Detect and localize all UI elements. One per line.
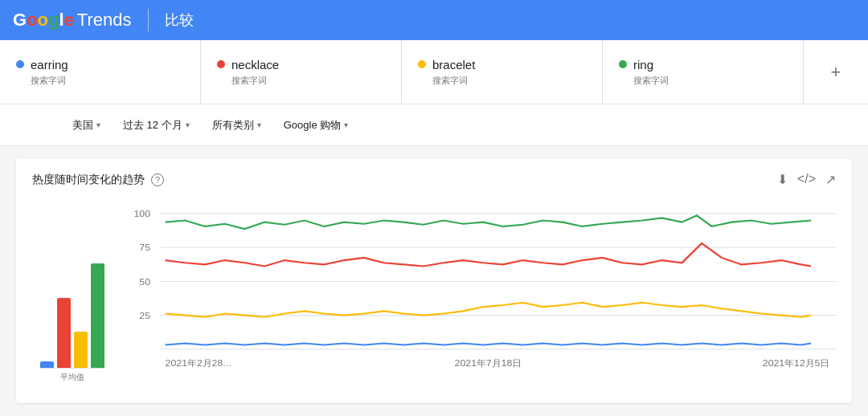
trend-chart-card: 热度随时间变化的趋势 ? ⬇ </> ↗ 平均值 (16, 159, 852, 403)
bar-necklace (57, 298, 71, 368)
logo-o2: o (38, 10, 48, 30)
svg-text:25: 25 (139, 312, 150, 320)
header-divider (148, 9, 149, 31)
logo-g: G (13, 10, 27, 30)
svg-text:50: 50 (139, 277, 150, 286)
search-type-filter[interactable]: Google 购物 ▾ (276, 113, 357, 137)
download-icon[interactable]: ⬇ (777, 172, 788, 187)
period-label: 过去 12 个月 (123, 118, 182, 133)
bar-bracelet (74, 332, 88, 368)
search-type-chevron: ▾ (344, 120, 348, 129)
category-filter[interactable]: 所有类别 ▾ (204, 113, 269, 137)
term-name-ring: ring (619, 58, 787, 71)
term-sub-necklace: 搜索字词 (217, 75, 385, 87)
svg-text:2021年2月28...: 2021年2月28... (166, 359, 231, 368)
logo-o1: o (27, 10, 37, 30)
svg-text:2021年12月5日: 2021年12月5日 (763, 359, 830, 368)
share-icon[interactable]: ↗ (825, 172, 836, 187)
search-terms-row: earring 搜索字词 necklace 搜索字词 bracelet 搜索字词… (0, 40, 868, 104)
chart-area: 平均值 100 75 50 25 2021年2月28... (32, 197, 836, 383)
dot-earring (16, 60, 24, 68)
svg-text:2021年7月18日: 2021年7月18日 (455, 359, 522, 368)
dot-necklace (217, 60, 225, 68)
bar-ring (91, 263, 104, 368)
category-label: 所有类别 (212, 118, 254, 133)
header: Google Trends 比较 (0, 0, 868, 40)
bar-avg-label: 平均值 (60, 372, 84, 383)
line-earring (166, 343, 811, 345)
term-name-necklace: necklace (217, 58, 385, 71)
search-term-ring[interactable]: ring 搜索字词 (603, 40, 804, 104)
logo-g2: g (48, 10, 59, 30)
bar-chart-container: 平均值 (32, 197, 113, 383)
bar-earring (40, 361, 54, 368)
google-logo: Google Trends (13, 10, 132, 31)
chart-actions: ⬇ </> ↗ (777, 172, 836, 187)
line-ring (166, 215, 811, 229)
term-sub-bracelet: 搜索字词 (418, 75, 586, 87)
dot-bracelet (418, 60, 426, 68)
search-term-bracelet[interactable]: bracelet 搜索字词 (402, 40, 603, 104)
chart-title: 热度随时间变化的趋势 (32, 173, 145, 187)
term-sub-ring: 搜索字词 (619, 75, 787, 87)
period-chevron: ▾ (186, 120, 190, 129)
dot-ring (619, 60, 627, 68)
region-filter[interactable]: 美国 ▾ (64, 113, 108, 137)
region-label: 美国 (72, 118, 93, 133)
chart-header: 热度随时间变化的趋势 ? ⬇ </> ↗ (32, 172, 836, 187)
search-type-label: Google 购物 (284, 118, 342, 133)
help-icon[interactable]: ? (151, 173, 164, 186)
line-chart-container: 100 75 50 25 2021年2月28... 2021年7月18日 202… (121, 197, 836, 383)
svg-text:100: 100 (133, 210, 150, 218)
line-chart-svg: 100 75 50 25 2021年2月28... 2021年7月18日 202… (121, 197, 836, 383)
search-term-necklace[interactable]: necklace 搜索字词 (201, 40, 402, 104)
bar-chart (40, 240, 104, 369)
logo-e: e (64, 10, 74, 30)
filters-row: 美国 ▾ 过去 12 个月 ▾ 所有类别 ▾ Google 购物 ▾ (0, 104, 868, 146)
term-name-bracelet: bracelet (418, 58, 586, 71)
term-sub-earring: 搜索字词 (16, 75, 184, 87)
period-filter[interactable]: 过去 12 个月 ▾ (115, 113, 198, 137)
add-term-button[interactable]: + (804, 40, 868, 104)
category-chevron: ▾ (257, 120, 261, 129)
line-necklace (166, 243, 811, 266)
search-term-earring[interactable]: earring 搜索字词 (0, 40, 201, 104)
page-title: 比较 (165, 10, 194, 30)
chart-title-row: 热度随时间变化的趋势 ? (32, 173, 164, 187)
line-bracelet (166, 303, 811, 317)
svg-text:75: 75 (139, 243, 150, 252)
main-content: 热度随时间变化的趋势 ? ⬇ </> ↗ 平均值 (0, 146, 868, 416)
term-name-earring: earring (16, 58, 184, 71)
region-chevron: ▾ (96, 120, 100, 129)
app-name: Trends (77, 10, 132, 31)
embed-icon[interactable]: </> (797, 172, 816, 187)
